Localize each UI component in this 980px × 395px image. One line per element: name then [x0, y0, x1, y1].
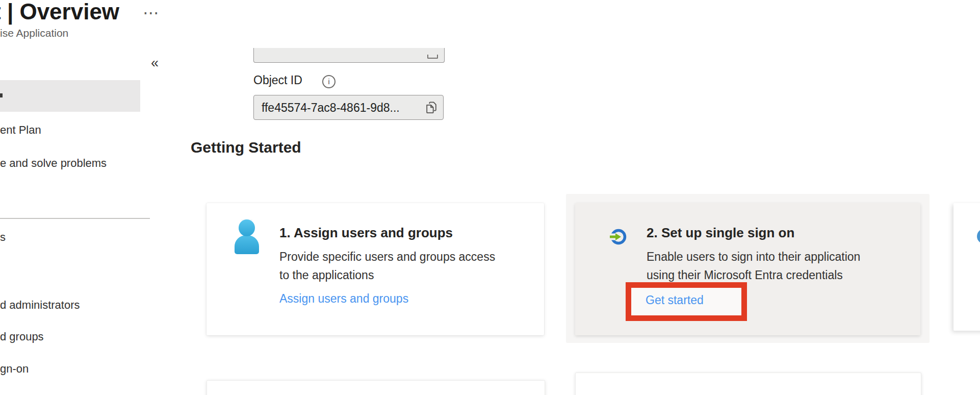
page-subtitle: ise Application — [0, 27, 68, 39]
card-description-line: using their Microsoft Entra credentials — [647, 268, 843, 282]
card-partial-right — [953, 203, 980, 331]
sidebar-selected-text-fragment — [0, 93, 3, 97]
sidebar-collapse-icon[interactable]: « — [151, 55, 159, 71]
entra-overview-page: t | Overview ⋯ ise Application « ent Pla… — [0, 0, 980, 395]
single-sign-on-icon — [609, 228, 627, 246]
get-started-link[interactable]: Get started — [646, 293, 704, 307]
card-title: 1. Assign users and groups — [279, 225, 453, 241]
sidebar-item-diagnose-solve-problems[interactable]: e and solve problems — [0, 147, 140, 179]
card-partial-bottom-left — [207, 380, 545, 395]
card-description-line: Provide specific users and groups access — [279, 250, 495, 264]
copy-icon[interactable] — [424, 101, 438, 114]
sidebar-item-overview[interactable] — [0, 80, 140, 112]
person-icon — [235, 219, 259, 254]
copy-icon[interactable] — [427, 55, 438, 59]
page-title: t | Overview — [0, 0, 119, 24]
object-id-value: ffe45574-7ac8-4861-9d8... — [262, 101, 400, 115]
clock-icon — [977, 229, 980, 244]
sidebar-item-single-sign-on[interactable]: gn-on — [0, 353, 140, 385]
card-description-line: Enable users to sign into their applicat… — [647, 250, 860, 264]
card-description-line: to the applications — [279, 268, 374, 282]
object-id-field[interactable]: ffe45574-7ac8-4861-9d8... — [253, 95, 444, 120]
sidebar-item-properties[interactable]: s — [0, 221, 140, 253]
sidebar-item-roles-administrators[interactable]: d administrators — [0, 289, 140, 321]
card-partial-bottom-right — [575, 373, 921, 395]
getting-started-heading: Getting Started — [191, 139, 301, 156]
info-icon[interactable]: i — [322, 75, 336, 88]
sidebar-divider — [0, 218, 150, 219]
more-menu-icon[interactable]: ⋯ — [143, 3, 161, 22]
truncated-field[interactable] — [253, 48, 445, 63]
assign-users-groups-link[interactable]: Assign users and groups — [279, 292, 408, 306]
card-title: 2. Set up single sign on — [647, 225, 794, 241]
sidebar-item-users-groups[interactable]: d groups — [0, 321, 140, 353]
sidebar-item-deployment-plan[interactable]: ent Plan — [0, 114, 140, 146]
object-id-label: Object ID — [253, 73, 302, 87]
